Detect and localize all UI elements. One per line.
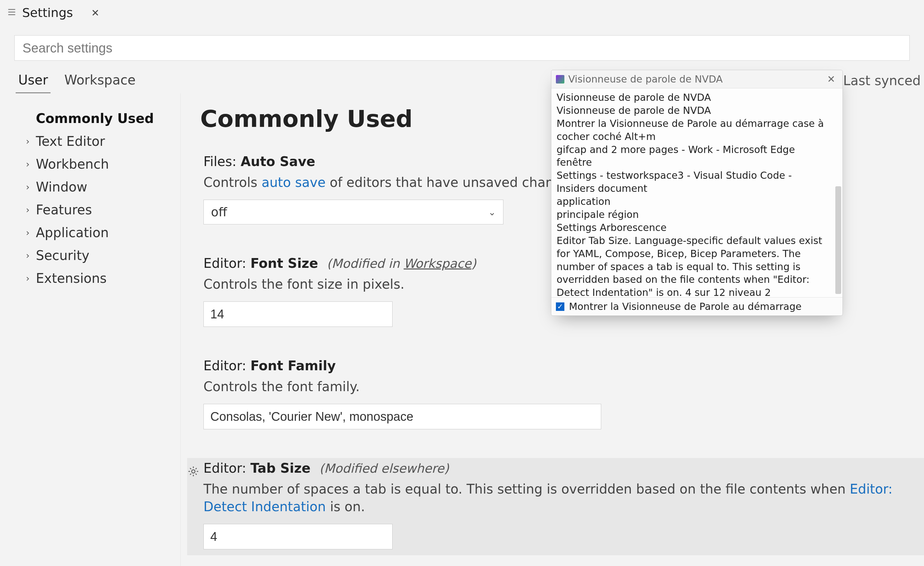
font-family-input[interactable]	[204, 404, 601, 429]
speech-line: Settings Arborescence	[556, 221, 833, 234]
setting-modified-badge: (Modified elsewhere)	[319, 461, 449, 476]
sidebar-item-workbench[interactable]: › Workbench	[23, 153, 180, 176]
search-settings-container	[0, 26, 924, 66]
settings-tab[interactable]: Settings ✕	[3, 0, 109, 26]
setting-prefix: Editor:	[204, 461, 246, 476]
setting-description: Controls the font family.	[204, 378, 901, 395]
show-on-startup-checkbox[interactable]: ✓	[556, 303, 564, 311]
sidebar-item-extensions[interactable]: › Extensions	[23, 267, 180, 290]
sidebar-item-commonly-used[interactable]: › Commonly Used	[23, 107, 180, 130]
chevron-right-icon: ›	[23, 273, 33, 284]
setting-name: Auto Save	[241, 154, 315, 169]
tab-size-input[interactable]	[204, 524, 393, 549]
chevron-right-icon: ›	[23, 182, 33, 193]
chevron-right-icon: ›	[23, 227, 33, 238]
editor-tab-bar: Settings ✕	[0, 0, 924, 26]
gear-icon[interactable]	[187, 465, 200, 479]
speech-line: application	[556, 195, 833, 208]
sidebar-item-security[interactable]: › Security	[23, 244, 180, 267]
speech-viewer-title: Visionneuse de parole de NVDA	[568, 74, 820, 85]
setting-editor-font-family: Editor: Font Family Controls the font fa…	[200, 355, 904, 435]
svg-point-6	[192, 470, 195, 473]
sidebar-item-label: Workbench	[36, 157, 109, 172]
scope-tab-workspace[interactable]: Workspace	[60, 69, 140, 93]
setting-prefix: Files:	[204, 154, 236, 169]
speech-line: Editor Tab Size. Language-specific defau…	[556, 234, 833, 297]
speech-line: gifcap and 2 more pages - Work - Microso…	[556, 143, 833, 169]
nvda-speech-viewer-window[interactable]: Visionneuse de parole de NVDA ✕ Visionne…	[551, 70, 843, 316]
speech-viewer-close-button[interactable]: ✕	[825, 74, 838, 85]
search-settings-input[interactable]	[14, 35, 910, 61]
setting-prefix: Editor:	[204, 358, 246, 373]
settings-tree-sidebar: › Commonly Used › Text Editor › Workbenc…	[0, 93, 181, 566]
show-on-startup-label: Montrer la Visionneuse de Parole au déma…	[569, 301, 802, 312]
last-synced-label: Last synced	[843, 73, 924, 88]
font-size-input[interactable]	[204, 301, 393, 327]
sidebar-item-label: Text Editor	[36, 134, 105, 149]
chevron-down-icon: ⌄	[488, 207, 496, 218]
setting-editor-tab-size: Editor: Tab Size (Modified elsewhere) Th…	[187, 458, 924, 555]
setting-modified-badge: (Modified in Workspace)	[327, 256, 476, 271]
speech-viewer-log[interactable]: Visionneuse de parole de NVDA Visionneus…	[551, 89, 843, 297]
close-tab-button[interactable]: ✕	[88, 6, 103, 20]
setting-name: Font Size	[250, 256, 318, 271]
setting-name: Font Family	[250, 358, 336, 373]
select-value: off	[211, 205, 227, 219]
sidebar-item-window[interactable]: › Window	[23, 176, 180, 198]
nvda-app-icon	[556, 75, 564, 84]
scope-tab-user[interactable]: User	[14, 69, 52, 93]
sidebar-item-application[interactable]: › Application	[23, 221, 180, 244]
setting-name: Tab Size	[250, 461, 311, 476]
sidebar-item-label: Security	[36, 248, 89, 263]
chevron-right-icon: ›	[23, 159, 33, 170]
modified-in-workspace-link[interactable]: Workspace	[404, 256, 471, 271]
sidebar-item-label: Application	[36, 225, 109, 240]
chevron-right-icon: ›	[23, 250, 33, 261]
sidebar-item-label: Extensions	[36, 271, 106, 286]
speech-viewer-titlebar[interactable]: Visionneuse de parole de NVDA ✕	[551, 70, 843, 89]
auto-save-link[interactable]: auto save	[261, 175, 326, 190]
setting-prefix: Editor:	[204, 256, 246, 271]
chevron-right-icon: ›	[23, 136, 33, 147]
speech-line: Montrer la Visionneuse de Parole au déma…	[556, 117, 833, 143]
settings-tab-icon	[6, 7, 17, 19]
speech-line: Visionneuse de parole de NVDA	[556, 91, 833, 104]
settings-tab-label: Settings	[22, 6, 73, 20]
sidebar-item-label: Commonly Used	[36, 111, 154, 126]
speech-line: Settings - testworkspace3 - Visual Studi…	[556, 169, 833, 195]
speech-viewer-scrollbar[interactable]	[836, 186, 841, 294]
setting-description: The number of spaces a tab is equal to. …	[204, 480, 904, 515]
sidebar-item-label: Features	[36, 202, 92, 217]
speech-line: principale région	[556, 208, 833, 221]
speech-line: Visionneuse de parole de NVDA	[556, 104, 833, 117]
auto-save-select[interactable]: off ⌄	[204, 200, 503, 224]
sidebar-item-features[interactable]: › Features	[23, 198, 180, 221]
speech-viewer-footer: ✓ Montrer la Visionneuse de Parole au dé…	[551, 297, 843, 315]
sidebar-item-text-editor[interactable]: › Text Editor	[23, 130, 180, 153]
chevron-right-icon: ›	[23, 205, 33, 215]
sidebar-item-label: Window	[36, 179, 87, 194]
